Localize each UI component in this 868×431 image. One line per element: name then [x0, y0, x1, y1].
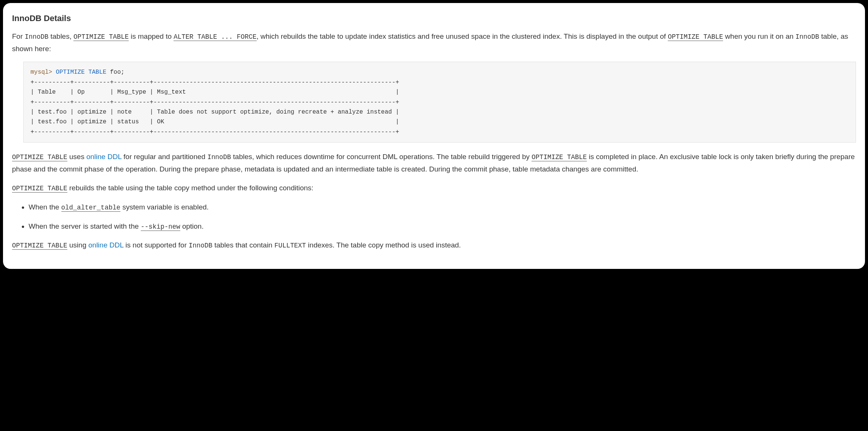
code-example: mysql> OPTIMIZE TABLE foo; +----------+-… [23, 62, 856, 143]
text: tables, which reduces downtime for concu… [231, 153, 531, 161]
text: For [12, 32, 25, 40]
code-optimize-table: OPTIMIZE TABLE [531, 153, 587, 161]
text: for regular and partitioned [122, 153, 207, 161]
conditions-list: When the old_alter_table system variable… [12, 201, 856, 232]
text: When the [29, 203, 61, 211]
text: tables, [49, 32, 74, 40]
list-item: When the server is started with the --sk… [29, 220, 856, 233]
text: using [67, 241, 88, 249]
paragraph-online-ddl: OPTIMIZE TABLE uses online DDL for regul… [12, 151, 856, 175]
text: rebuilds the table using the table copy … [67, 184, 314, 192]
paragraph-fulltext: OPTIMIZE TABLE using online DDL is not s… [12, 239, 856, 252]
code-optimize-table: OPTIMIZE TABLE [73, 33, 129, 41]
code-innodb: InnoDB [25, 33, 49, 41]
link-online-ddl[interactable]: online DDL [86, 153, 121, 161]
code-prompt: mysql> [30, 69, 52, 76]
code-fulltext: FULLTEXT [274, 242, 306, 249]
code-optimize-table: OPTIMIZE TABLE [668, 33, 723, 41]
code-skip-new: --skip-new [141, 223, 180, 231]
link-online-ddl[interactable]: online DDL [88, 241, 123, 249]
text: option. [180, 222, 204, 230]
code-innodb: InnoDB [189, 242, 212, 249]
paragraph-intro: For InnoDB tables, OPTIMIZE TABLE is map… [12, 30, 856, 55]
code-old-alter-table: old_alter_table [61, 204, 120, 212]
code-innodb: InnoDB [795, 33, 819, 41]
text: When the server is started with the [29, 222, 141, 230]
doc-page: InnoDB Details For InnoDB tables, OPTIMI… [3, 3, 865, 269]
code-keyword: OPTIMIZE TABLE [56, 69, 106, 76]
code-optimize-table: OPTIMIZE TABLE [12, 242, 67, 250]
text: is mapped to [129, 32, 174, 40]
code-optimize-table: OPTIMIZE TABLE [12, 153, 67, 161]
code-arg: foo [107, 69, 121, 76]
section-heading: InnoDB Details [12, 11, 856, 25]
list-item: When the old_alter_table system variable… [29, 201, 856, 214]
text: , which rebuilds the table to update ind… [257, 32, 668, 40]
text: uses [67, 153, 87, 161]
code-innodb: InnoDB [207, 153, 231, 161]
code-semi: ; [121, 69, 125, 76]
code-output: +----------+----------+----------+------… [30, 79, 399, 135]
code-optimize-table: OPTIMIZE TABLE [12, 185, 67, 193]
text: tables that contain [212, 241, 274, 249]
text: indexes. The table copy method is used i… [306, 241, 461, 249]
text: is not supported for [123, 241, 189, 249]
text: when you run it on an [723, 32, 795, 40]
code-alter-table-force: ALTER TABLE ... FORCE [174, 33, 256, 41]
text: system variable is enabled. [120, 203, 209, 211]
paragraph-conditions-intro: OPTIMIZE TABLE rebuilds the table using … [12, 182, 856, 194]
